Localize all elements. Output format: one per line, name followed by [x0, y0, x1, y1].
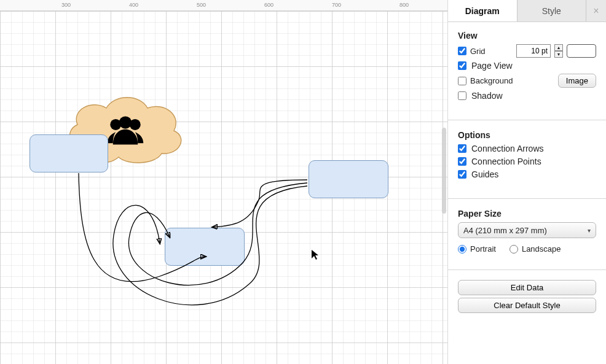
- grid-color-swatch[interactable]: [567, 44, 596, 58]
- grid-spacing-input[interactable]: [516, 44, 551, 58]
- portrait-radio[interactable]: [458, 245, 466, 254]
- portrait-label: Portrait: [470, 244, 496, 254]
- landscape-radio[interactable]: [510, 245, 518, 254]
- guides-label: Guides: [471, 169, 498, 179]
- chevron-up-icon[interactable]: ▲: [554, 44, 563, 51]
- rect-right[interactable]: [309, 160, 388, 198]
- ruler-horizontal: 300 400 500 600 700 800: [0, 0, 447, 11]
- connection-points-checkbox[interactable]: [458, 157, 466, 166]
- divider: [448, 198, 606, 199]
- edit-data-button[interactable]: Edit Data: [458, 280, 596, 295]
- canvas-area[interactable]: 300 400 500 600 700 800: [0, 0, 447, 364]
- paper-size-value: A4 (210 mm x 297 mm): [463, 226, 547, 235]
- background-checkbox[interactable]: [458, 77, 466, 85]
- scrollbar-vertical[interactable]: [442, 128, 446, 214]
- pageview-checkbox[interactable]: [458, 61, 466, 70]
- ruler-tick: 700: [332, 2, 341, 8]
- ruler-tick: 600: [264, 2, 273, 8]
- section-options-title: Options: [458, 130, 596, 140]
- ruler-tick: 400: [129, 2, 138, 8]
- divider: [448, 120, 606, 120]
- connection-arrows-label: Connection Arrows: [471, 144, 544, 153]
- guides-checkbox[interactable]: [458, 170, 466, 179]
- connection-arrows-checkbox[interactable]: [458, 144, 466, 153]
- tab-diagram[interactable]: Diagram: [448, 0, 517, 21]
- section-view-title: View: [458, 31, 596, 41]
- connection-points-label: Connection Points: [471, 157, 541, 166]
- rect-mid[interactable]: [165, 228, 245, 266]
- shadow-label: Shadow: [471, 91, 503, 101]
- chevron-down-icon[interactable]: ▼: [554, 51, 563, 58]
- chevron-down-icon: ▾: [588, 227, 591, 234]
- svg-point-2: [130, 119, 141, 130]
- ruler-tick: 500: [197, 2, 206, 8]
- connector-edges: [0, 11, 184, 103]
- paper-size-select[interactable]: A4 (210 mm x 297 mm) ▾: [458, 222, 596, 238]
- people-icon: [103, 114, 148, 147]
- cursor-icon: [311, 249, 320, 262]
- background-label: Background: [470, 76, 513, 85]
- properties-sidebar: Diagram Style × View Grid ▲ ▼: [447, 0, 606, 364]
- rect-left[interactable]: [30, 134, 108, 172]
- grid-label: Grid: [470, 47, 486, 56]
- ruler-tick: 300: [61, 2, 71, 8]
- close-icon[interactable]: ×: [586, 0, 606, 21]
- svg-point-1: [119, 116, 132, 128]
- shadow-checkbox[interactable]: [458, 91, 466, 100]
- grid-checkbox[interactable]: [458, 47, 466, 55]
- divider: [448, 269, 606, 270]
- grid-spacing-stepper[interactable]: ▲ ▼: [554, 44, 563, 58]
- pageview-label: Page View: [471, 61, 513, 71]
- section-paper-title: Paper Size: [458, 209, 596, 219]
- sidebar-tabs: Diagram Style ×: [448, 0, 606, 22]
- clear-default-style-button[interactable]: Clear Default Style: [458, 298, 596, 313]
- tab-style[interactable]: Style: [517, 0, 587, 21]
- ruler-tick: 800: [399, 2, 409, 8]
- landscape-label: Landscape: [522, 244, 561, 254]
- background-image-button[interactable]: Image: [558, 74, 596, 88]
